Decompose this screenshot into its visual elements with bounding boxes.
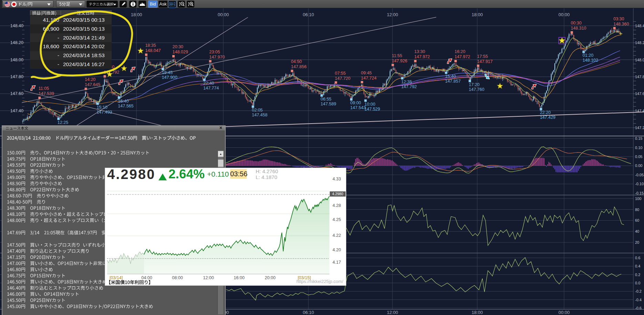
svg-text:148.360: 148.360 bbox=[613, 22, 629, 27]
svg-text:147.429: 147.429 bbox=[540, 115, 555, 120]
svg-text:147.458: 147.458 bbox=[252, 113, 267, 117]
svg-text:12:00: 12:00 bbox=[387, 12, 398, 17]
svg-text:19:45: 19:45 bbox=[162, 70, 173, 75]
svg-text:17:55: 17:55 bbox=[477, 54, 488, 59]
svg-text:12:35: 12:35 bbox=[401, 80, 412, 84]
svg-text:147.774: 147.774 bbox=[203, 86, 219, 91]
svg-text:22:40: 22:40 bbox=[203, 81, 214, 86]
svg-text:148.4: 148.4 bbox=[635, 24, 644, 28]
svg-text:11:55: 11:55 bbox=[392, 53, 402, 58]
svg-text:147.926: 147.926 bbox=[392, 59, 407, 63]
svg-text:148.310: 148.310 bbox=[571, 26, 586, 31]
svg-text:0.0: 0.0 bbox=[635, 281, 640, 285]
svg-text:17:20: 17:20 bbox=[469, 82, 480, 87]
svg-text:00:00: 00:00 bbox=[559, 310, 570, 315]
svg-text:147.8: 147.8 bbox=[635, 75, 644, 79]
svg-text:09:45: 09:45 bbox=[361, 71, 372, 75]
svg-text:06:10: 06:10 bbox=[303, 12, 314, 17]
svg-text:147.760: 147.760 bbox=[469, 87, 484, 92]
svg-text:00:00: 00:00 bbox=[559, 12, 570, 17]
svg-text:148.0: 148.0 bbox=[635, 58, 644, 62]
svg-text:15:40: 15:40 bbox=[445, 74, 456, 79]
svg-text:147.724: 147.724 bbox=[361, 76, 377, 81]
svg-text:22:20: 22:20 bbox=[540, 110, 551, 115]
svg-text:-0.15: -0.15 bbox=[635, 191, 644, 195]
svg-text:20:30: 20:30 bbox=[173, 44, 183, 49]
svg-text:147.493: 147.493 bbox=[96, 110, 112, 115]
svg-text:12:25: 12:25 bbox=[58, 120, 68, 125]
svg-text:06:10: 06:10 bbox=[303, 310, 314, 315]
svg-text:148.2: 148.2 bbox=[635, 41, 644, 45]
svg-text:-0.6: -0.6 bbox=[635, 306, 642, 310]
svg-text:10:00: 10:00 bbox=[365, 102, 375, 107]
svg-text:0.2: 0.2 bbox=[635, 273, 640, 277]
svg-text:147.529: 147.529 bbox=[365, 107, 380, 112]
svg-text:80: 80 bbox=[635, 208, 639, 212]
svg-text:147.589: 147.589 bbox=[321, 102, 336, 106]
svg-text:147.856: 147.856 bbox=[291, 64, 307, 69]
svg-text:-0.4: -0.4 bbox=[635, 298, 642, 302]
svg-text:60: 60 bbox=[635, 218, 639, 222]
svg-text:-0.05: -0.05 bbox=[635, 173, 644, 177]
svg-text:02:05: 02:05 bbox=[252, 108, 263, 113]
svg-text:04:50: 04:50 bbox=[291, 59, 302, 64]
svg-text:0.05: 0.05 bbox=[635, 155, 642, 159]
svg-text:147.972: 147.972 bbox=[414, 54, 430, 59]
svg-text:07:55: 07:55 bbox=[335, 71, 346, 76]
svg-text:148.102: 148.102 bbox=[583, 58, 598, 63]
svg-text:0.15: 0.15 bbox=[635, 136, 642, 140]
svg-text:147.917: 147.917 bbox=[477, 59, 493, 64]
svg-text:15:10: 15:10 bbox=[96, 105, 107, 110]
svg-text:147.720: 147.720 bbox=[335, 76, 350, 81]
svg-text:147.2: 147.2 bbox=[635, 126, 644, 130]
svg-text:06:55: 06:55 bbox=[321, 97, 331, 102]
svg-text:147.857: 147.857 bbox=[445, 79, 461, 84]
svg-text:147.40: 147.40 bbox=[10, 108, 23, 113]
svg-text:147.792: 147.792 bbox=[401, 84, 417, 89]
svg-text:03:30: 03:30 bbox=[613, 17, 624, 21]
svg-text:00:00: 00:00 bbox=[218, 12, 229, 17]
svg-text:00:30: 00:30 bbox=[571, 21, 581, 25]
svg-text:09:00: 09:00 bbox=[350, 101, 361, 105]
svg-text:147.972: 147.972 bbox=[454, 54, 470, 59]
svg-text:18:00: 18:00 bbox=[472, 310, 483, 315]
svg-text:0.6: 0.6 bbox=[635, 256, 640, 260]
svg-text:12:00: 12:00 bbox=[387, 310, 398, 315]
svg-text:147.543: 147.543 bbox=[350, 105, 366, 110]
svg-text:0.4: 0.4 bbox=[635, 264, 640, 268]
svg-text:147.970: 147.970 bbox=[209, 55, 225, 60]
svg-text:147.900: 147.900 bbox=[162, 75, 177, 80]
svg-text:16:20: 16:20 bbox=[454, 49, 465, 54]
svg-text:20: 20 bbox=[635, 240, 639, 244]
svg-text:147.565: 147.565 bbox=[118, 104, 133, 108]
svg-text:40: 40 bbox=[635, 229, 639, 233]
svg-text:23:05: 23:05 bbox=[209, 50, 220, 54]
svg-text:01:20: 01:20 bbox=[583, 53, 593, 58]
svg-text:147.6: 147.6 bbox=[635, 92, 644, 96]
svg-text:148.029: 148.029 bbox=[173, 50, 188, 54]
svg-text:-0.10: -0.10 bbox=[635, 182, 644, 186]
svg-text:147.4: 147.4 bbox=[635, 109, 644, 113]
svg-text:0.00: 0.00 bbox=[635, 164, 642, 168]
svg-text:18:00: 18:00 bbox=[472, 12, 483, 17]
svg-text:100: 100 bbox=[635, 197, 641, 201]
svg-text:13:30: 13:30 bbox=[414, 49, 425, 54]
svg-text:16:40: 16:40 bbox=[118, 99, 129, 104]
svg-text:0.10: 0.10 bbox=[635, 146, 642, 150]
svg-text:-0.2: -0.2 bbox=[635, 289, 642, 293]
